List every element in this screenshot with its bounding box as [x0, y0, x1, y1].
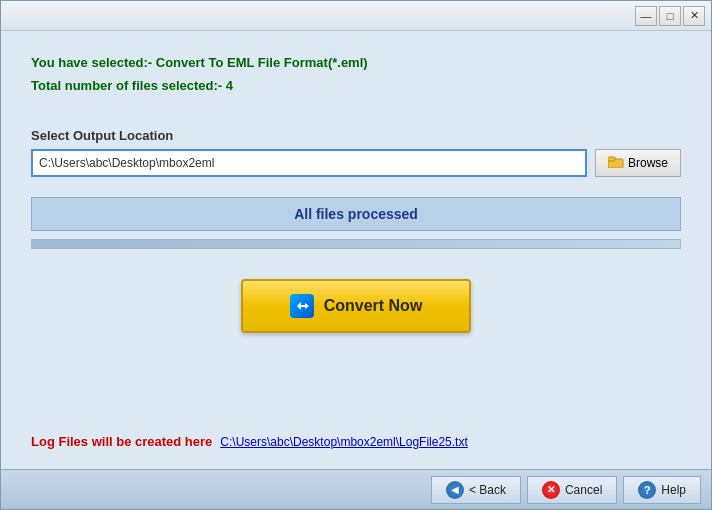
status-section: All files processed — [31, 197, 681, 269]
back-label: < Back — [469, 483, 506, 497]
total-files-text: Total number of files selected:- 4 — [31, 74, 681, 97]
info-section: You have selected:- Convert To EML File … — [31, 51, 681, 98]
folder-icon — [608, 155, 624, 171]
progress-bar-fill — [32, 240, 680, 248]
title-bar: — □ ✕ — [1, 1, 711, 31]
help-icon: ? — [638, 481, 656, 499]
window-controls: — □ ✕ — [635, 6, 705, 26]
back-button[interactable]: ◀ < Back — [431, 476, 521, 504]
convert-icon — [290, 294, 314, 318]
main-window: — □ ✕ You have selected:- Convert To EML… — [0, 0, 712, 510]
minimize-button[interactable]: — — [635, 6, 657, 26]
progress-bar-container — [31, 239, 681, 249]
selected-format-text: You have selected:- Convert To EML File … — [31, 51, 681, 74]
bottom-bar: ◀ < Back ✕ Cancel ? Help — [1, 469, 711, 509]
close-button[interactable]: ✕ — [683, 6, 705, 26]
output-path-input[interactable] — [31, 149, 587, 177]
main-content: You have selected:- Convert To EML File … — [1, 31, 711, 469]
maximize-button[interactable]: □ — [659, 6, 681, 26]
svg-rect-1 — [608, 157, 615, 161]
back-icon: ◀ — [446, 481, 464, 499]
browse-button[interactable]: Browse — [595, 149, 681, 177]
log-label: Log Files will be created here — [31, 434, 212, 449]
output-label: Select Output Location — [31, 128, 681, 143]
status-bar: All files processed — [31, 197, 681, 231]
help-button[interactable]: ? Help — [623, 476, 701, 504]
convert-section: Convert Now — [31, 279, 681, 333]
cancel-icon: ✕ — [542, 481, 560, 499]
convert-now-label: Convert Now — [324, 297, 423, 315]
cancel-button[interactable]: ✕ Cancel — [527, 476, 617, 504]
output-section: Select Output Location Browse — [31, 128, 681, 177]
output-row: Browse — [31, 149, 681, 177]
convert-now-button[interactable]: Convert Now — [241, 279, 471, 333]
log-path-link[interactable]: C:\Users\abc\Desktop\mbox2eml\LogFile25.… — [220, 435, 467, 449]
cancel-label: Cancel — [565, 483, 602, 497]
status-text: All files processed — [294, 206, 418, 222]
browse-label: Browse — [628, 156, 668, 170]
log-section: Log Files will be created here C:\Users\… — [31, 434, 681, 449]
help-label: Help — [661, 483, 686, 497]
